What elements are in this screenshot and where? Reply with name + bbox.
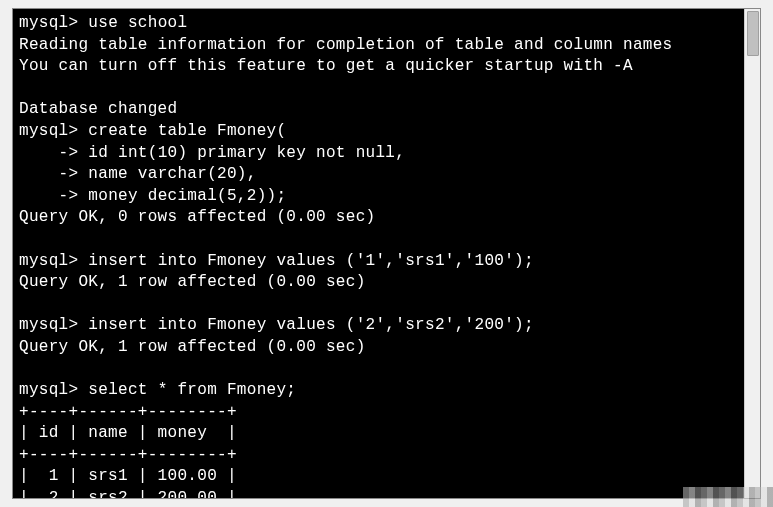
terminal-output[interactable]: mysql> use schoolReading table informati…	[13, 9, 760, 498]
mysql-prompt: mysql>	[19, 252, 78, 270]
cont-prompt: ->	[19, 187, 78, 205]
decorative-noise	[683, 487, 773, 507]
scrollbar-thumb[interactable]	[747, 11, 759, 56]
terminal-line: mysql> create table Fmoney(	[19, 121, 754, 143]
terminal-window: mysql> use schoolReading table informati…	[12, 8, 761, 499]
command-text: name varchar(20),	[88, 165, 256, 183]
mysql-prompt: mysql>	[19, 14, 78, 32]
table-border: +----+------+--------+	[19, 402, 754, 424]
terminal-line: Database changed	[19, 99, 754, 121]
blank-line	[19, 359, 754, 381]
terminal-line: Query OK, 1 row affected (0.00 sec)	[19, 272, 754, 294]
command-text: create table Fmoney(	[88, 122, 286, 140]
terminal-line: mysql> insert into Fmoney values ('2','s…	[19, 315, 754, 337]
terminal-line: mysql> select * from Fmoney;	[19, 380, 754, 402]
terminal-line: mysql> insert into Fmoney values ('1','s…	[19, 251, 754, 273]
terminal-line: mysql> use school	[19, 13, 754, 35]
cont-prompt: ->	[19, 165, 78, 183]
terminal-line: Query OK, 1 row affected (0.00 sec)	[19, 337, 754, 359]
command-text: money decimal(5,2));	[88, 187, 286, 205]
command-text: select * from Fmoney;	[88, 381, 296, 399]
vertical-scrollbar[interactable]	[744, 9, 760, 498]
terminal-line: Reading table information for completion…	[19, 35, 754, 57]
mysql-prompt: mysql>	[19, 122, 78, 140]
terminal-line: -> money decimal(5,2));	[19, 186, 754, 208]
table-row: | 2 | srs2 | 200.00 |	[19, 488, 754, 498]
command-text: use school	[88, 14, 187, 32]
cont-prompt: ->	[19, 144, 78, 162]
terminal-line: -> id int(10) primary key not null,	[19, 143, 754, 165]
mysql-prompt: mysql>	[19, 316, 78, 334]
command-text: insert into Fmoney values ('1','srs1','1…	[88, 252, 534, 270]
command-text: insert into Fmoney values ('2','srs2','2…	[88, 316, 534, 334]
terminal-line: -> name varchar(20),	[19, 164, 754, 186]
table-row: | 1 | srs1 | 100.00 |	[19, 466, 754, 488]
mysql-prompt: mysql>	[19, 381, 78, 399]
table-border: +----+------+--------+	[19, 445, 754, 467]
terminal-line: Query OK, 0 rows affected (0.00 sec)	[19, 207, 754, 229]
table-header: | id | name | money |	[19, 423, 754, 445]
blank-line	[19, 294, 754, 316]
terminal-line: You can turn off this feature to get a q…	[19, 56, 754, 78]
blank-line	[19, 78, 754, 100]
blank-line	[19, 229, 754, 251]
command-text: id int(10) primary key not null,	[88, 144, 405, 162]
